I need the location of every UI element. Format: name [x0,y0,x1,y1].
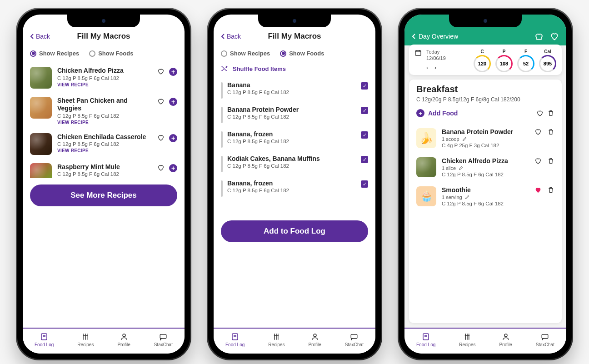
add-icon[interactable]: + [169,164,177,172]
radio-show-recipes[interactable]: Show Recipes [30,50,79,57]
radio-label: Show Foods [289,50,324,57]
header-title: Day Overview [419,33,458,40]
checkbox-icon: ✓ [361,107,368,114]
add-food-button[interactable]: + [416,109,424,117]
recipes-icon [272,332,280,341]
nav-label: Food Log [225,342,245,347]
bottom-nav: Food Log Recipes Profile StaxChat [214,328,375,354]
shuffle-label: Shuffle Food Items [233,65,286,72]
nav-recipes[interactable]: Recipes [459,332,475,347]
back-label: Back [227,33,241,40]
drag-handle[interactable] [221,82,223,99]
recipes-icon [463,332,471,341]
food-checkbox[interactable]: ✓ [361,82,368,90]
see-more-button[interactable]: See More Recipes [30,184,177,206]
food-row[interactable]: Kodiak Cakes, Banana Muffins C 12g P 8.5… [221,151,368,176]
log-serving: 1 slice [442,165,529,171]
heart-icon[interactable] [536,110,544,117]
view-recipe-link[interactable]: VIEW RECIPE [57,120,152,125]
nav-staxchat[interactable]: StaxChat [536,332,554,347]
heart-icon[interactable] [534,157,542,165]
drag-handle[interactable] [221,156,223,172]
recipe-row[interactable]: Chicken Alfredo Pizza C 12g P 8.5g F 6g … [30,63,177,93]
date-label: Today [426,49,446,55]
drag-handle[interactable] [221,131,223,148]
add-food-label[interactable]: Add Food [428,110,458,117]
add-to-food-log-button[interactable]: Add to Food Log [221,220,368,242]
view-recipe-link[interactable]: VIEW RECIPE [57,82,152,87]
edit-icon[interactable] [462,137,467,141]
food-checkbox[interactable]: ✓ [361,180,368,188]
trash-icon[interactable] [547,186,554,194]
food-row[interactable]: Banana, frozen C 12g P 8.5g F 6g Cal 182… [221,127,368,151]
radio-icon [89,50,95,57]
svg-rect-5 [351,334,358,339]
heart-icon[interactable] [550,32,559,41]
nav-staxchat[interactable]: StaxChat [345,332,364,347]
heart-icon[interactable] [157,68,165,75]
drag-handle[interactable] [221,180,223,197]
back-button[interactable]: Back [30,33,50,40]
heart-icon[interactable] [534,186,542,194]
radio-show-foods[interactable]: Show Foods [89,50,133,57]
add-icon[interactable]: + [169,98,177,106]
chef-icon[interactable] [534,32,544,41]
back-button[interactable]: Back [221,33,241,40]
radio-icon [280,50,286,57]
add-icon[interactable]: + [169,68,177,76]
add-icon[interactable]: + [169,134,177,142]
chat-icon [541,332,549,341]
trash-icon[interactable] [547,157,554,165]
day-overview-button[interactable]: Day Overview [412,33,458,40]
log-name: Smoothie [442,186,529,194]
next-day-button[interactable]: › [434,65,436,71]
log-item[interactable]: 🧁 Smoothie 1 serving C 12g P 8.5g F 6g C… [416,182,554,211]
fat-ring: F 52 [517,49,534,72]
trash-icon[interactable] [547,110,554,117]
recipe-actions: + [157,133,177,155]
drag-handle[interactable] [221,107,223,123]
heart-icon[interactable] [157,134,165,141]
nav-food-log[interactable]: Food Log [416,332,435,347]
food-row[interactable]: Banana Protein Powder C 12g P 8.5g F 6g … [221,102,368,127]
profile-icon [120,332,128,341]
nav-profile[interactable]: Profile [308,332,321,347]
protein-ring: P 108 [495,49,513,72]
food-checkbox[interactable]: ✓ [361,107,368,114]
nav-recipes[interactable]: Recipes [268,332,285,347]
nav-profile[interactable]: Profile [499,332,512,347]
checkbox-icon: ✓ [361,131,368,139]
recipe-macros: C 12g P 8.5g F 6g Cal 182 [57,75,152,81]
view-recipe-link[interactable]: VIEW RECIPE [57,148,152,153]
nav-food-log[interactable]: Food Log [225,332,245,347]
food-checkbox[interactable]: ✓ [361,131,368,139]
log-item[interactable]: Chicken Alfredo Pizza 1 slice C 12g P 8.… [416,153,554,182]
edit-icon[interactable] [465,195,469,199]
heart-icon[interactable] [157,164,165,171]
prev-day-button[interactable]: ‹ [426,65,428,71]
heart-icon[interactable] [157,98,165,105]
edit-icon[interactable] [459,166,463,170]
radio-label: Show Recipes [39,50,79,57]
ring-label: P [503,49,506,54]
nav-profile[interactable]: Profile [117,332,130,347]
radio-show-recipes[interactable]: Show Recipes [221,50,270,57]
radio-show-foods[interactable]: Show Foods [280,50,324,57]
food-row[interactable]: Banana C 12g P 8.5g F 6g Cal 182 ✓ [221,78,368,102]
recipe-row[interactable]: Sheet Pan Chicken and Veggies C 12g P 8.… [30,93,177,130]
recipe-info: Chicken Enchilada Casserole C 12g P 8.5g… [57,133,152,155]
nav-recipes[interactable]: Recipes [77,332,94,347]
heart-icon[interactable] [534,128,542,135]
nav-food-log[interactable]: Food Log [35,332,54,347]
nav-label: Food Log [35,342,54,347]
shuffle-button[interactable]: Shuffle Food Items [221,63,368,78]
trash-icon[interactable] [547,128,554,135]
food-row[interactable]: Banana, frozen C 12g P 8.5g F 6g Cal 182… [221,176,368,200]
log-item[interactable]: 🍌 Banana Protein Powder 1 scoop C 4g P 2… [416,124,554,153]
nav-staxchat[interactable]: StaxChat [154,332,173,347]
recipe-row[interactable]: Chicken Enchilada Casserole C 12g P 8.5g… [30,130,177,160]
calendar-icon[interactable] [414,49,422,56]
recipe-row[interactable]: Raspberry Mint Mule C 12g P 8.5g F 6g Ca… [30,160,177,178]
ring-label: C [480,49,484,54]
food-checkbox[interactable]: ✓ [361,156,368,163]
